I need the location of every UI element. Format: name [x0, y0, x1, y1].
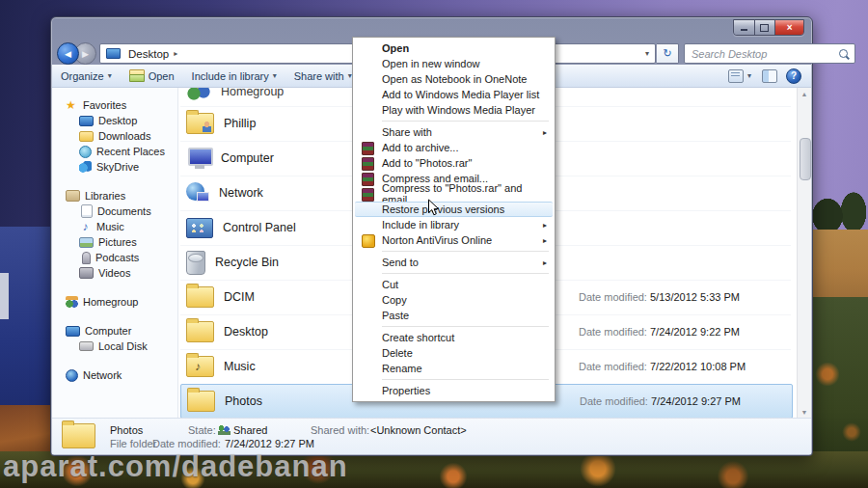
- refresh-button[interactable]: ↻: [657, 43, 679, 64]
- menu-item-add-to-photos-rar[interactable]: Add to "Photos.rar": [353, 155, 555, 171]
- minimize-button[interactable]: [734, 20, 754, 35]
- change-view-button[interactable]: ▾: [726, 69, 753, 83]
- details-shared-value: <Unknown Contact>: [370, 424, 467, 436]
- menu-item-send-to[interactable]: Send to▸: [353, 255, 555, 270]
- winrar-icon: [362, 173, 374, 186]
- winrar-icon: [362, 157, 374, 171]
- menu-label: Cut: [382, 279, 398, 290]
- menu-item-restore-previous-versions[interactable]: Restore previous versions: [355, 202, 553, 217]
- address-dropdown-icon[interactable]: ▾: [639, 49, 655, 58]
- mouse-cursor: [427, 199, 440, 221]
- breadcrumb[interactable]: Desktop: [125, 48, 172, 60]
- podcasts-label: Podcasts: [95, 252, 139, 263]
- music-label: Music: [96, 221, 124, 232]
- desktop-wallpaper-sea: [0, 227, 56, 420]
- winrar-icon: [362, 188, 374, 202]
- date-modified-value: 5/13/2012 5:33 PM: [650, 291, 740, 303]
- include-in-library-button[interactable]: Include in library ▾: [183, 65, 285, 87]
- sidebar-item-local-disk[interactable]: Local Disk: [52, 339, 177, 354]
- menu-separator: [382, 251, 549, 252]
- menu-item-open[interactable]: Open: [353, 41, 555, 56]
- menu-label: Open: [382, 42, 409, 54]
- scroll-down-icon[interactable]: ▼: [798, 406, 811, 418]
- share-label: Share with: [294, 70, 344, 82]
- menu-item-rename[interactable]: Rename: [353, 361, 555, 376]
- share-with-button[interactable]: Share with ▾: [285, 65, 361, 87]
- sidebar-item-libraries[interactable]: Libraries: [52, 188, 177, 203]
- menu-item-open-onenote[interactable]: Open as Notebook in OneNote: [353, 71, 555, 87]
- menu-label: Add to Windows Media Player list: [382, 89, 539, 100]
- sidebar-item-podcasts[interactable]: Podcasts: [52, 250, 177, 265]
- date-modified-label: Date modified:: [579, 361, 647, 372]
- scrollbar-thumb[interactable]: [800, 138, 811, 180]
- menu-item-add-wmp-list[interactable]: Add to Windows Media Player list: [353, 87, 555, 102]
- folder-icon: [186, 286, 214, 308]
- toolbar-right-group: ▾ ?: [726, 68, 811, 84]
- menu-item-open-new-window[interactable]: Open in new window: [353, 56, 555, 71]
- include-label: Include in library: [192, 70, 269, 82]
- close-button[interactable]: ×: [774, 20, 803, 35]
- open-button[interactable]: Open: [121, 65, 183, 87]
- sidebar-item-skydrive[interactable]: SkyDrive: [52, 159, 177, 175]
- preview-pane-button[interactable]: [762, 69, 777, 83]
- navigation-pane: ★ Favorites Desktop Downloads Recent Pla…: [52, 88, 178, 418]
- search-icon: [839, 49, 848, 58]
- scroll-up-icon[interactable]: ▲: [798, 88, 811, 99]
- sidebar-item-homegroup[interactable]: Homegroup: [52, 294, 177, 310]
- sidebar-item-music[interactable]: ♪Music: [52, 219, 177, 234]
- menu-label: Send to: [382, 257, 419, 268]
- vertical-scrollbar[interactable]: ▲ ▼: [797, 88, 811, 418]
- menu-item-include-in-library[interactable]: Include in library▸: [353, 217, 555, 232]
- menu-label: Restore previous versions: [382, 203, 504, 215]
- norton-icon: [362, 234, 375, 248]
- menu-separator: [382, 326, 549, 327]
- sidebar-item-videos[interactable]: Videos: [52, 265, 177, 281]
- sidebar-item-computer[interactable]: Computer: [52, 323, 177, 339]
- menu-item-compress-to-rar-email[interactable]: Compress to "Photos.rar" and email: [353, 186, 555, 202]
- details-modified-value: 7/24/2012 9:27 PM: [225, 438, 314, 449]
- menu-separator: [382, 121, 549, 122]
- network-item-icon: [186, 182, 209, 203]
- sidebar-item-network[interactable]: Network: [52, 367, 177, 383]
- file-name: Network: [219, 186, 263, 200]
- skydrive-label: SkyDrive: [96, 161, 139, 173]
- control-panel-icon: [186, 218, 213, 238]
- menu-item-paste[interactable]: Paste: [353, 308, 555, 323]
- help-button[interactable]: ?: [786, 68, 801, 84]
- menu-separator: [382, 273, 549, 274]
- menu-item-delete[interactable]: Delete: [353, 345, 555, 361]
- sidebar-item-downloads[interactable]: Downloads: [52, 128, 177, 144]
- maximize-button[interactable]: [754, 20, 775, 35]
- menu-item-cut[interactable]: Cut: [353, 277, 555, 292]
- menu-item-play-wmp[interactable]: Play with Windows Media Player: [353, 102, 555, 118]
- user-badge-icon: [203, 122, 211, 132]
- recycle-bin-icon: [186, 251, 205, 275]
- sidebar-item-favorites[interactable]: ★ Favorites: [52, 97, 177, 113]
- details-state-label: State:: [188, 424, 216, 436]
- sidebar-item-recent-places[interactable]: Recent Places: [52, 144, 177, 159]
- refresh-icon: ↻: [663, 47, 671, 60]
- menu-item-add-to-archive[interactable]: Add to archive...: [353, 140, 555, 155]
- organize-button[interactable]: Organize ▾: [52, 65, 121, 87]
- menu-item-copy[interactable]: Copy: [353, 292, 555, 308]
- search-box[interactable]: Search Desktop: [684, 43, 855, 64]
- recent-places-icon: [79, 146, 92, 158]
- back-button[interactable]: ◀: [57, 42, 79, 65]
- menu-item-properties[interactable]: Properties: [353, 383, 555, 398]
- menu-item-share-with[interactable]: Share with▸: [353, 124, 555, 140]
- menu-item-create-shortcut[interactable]: Create shortcut: [353, 330, 555, 345]
- minimize-icon: [741, 29, 747, 31]
- open-folder-icon: [129, 69, 145, 82]
- menu-label: Properties: [382, 385, 430, 396]
- submenu-arrow-icon: ▸: [543, 236, 547, 245]
- sidebar-item-documents[interactable]: Documents: [52, 203, 177, 219]
- computer-icon: [66, 326, 80, 337]
- date-modified-value: 7/24/2012 9:22 PM: [650, 326, 740, 338]
- local-disk-icon: [79, 341, 94, 351]
- sidebar-item-pictures[interactable]: Pictures: [52, 234, 177, 250]
- folder-icon: [186, 321, 214, 342]
- sidebar-item-desktop[interactable]: Desktop: [52, 113, 177, 128]
- menu-item-norton-antivirus[interactable]: Norton AntiVirus Online▸: [353, 232, 555, 248]
- breadcrumb-chevron-icon[interactable]: ▸: [172, 49, 179, 58]
- homegroup-label: Homegroup: [83, 296, 138, 308]
